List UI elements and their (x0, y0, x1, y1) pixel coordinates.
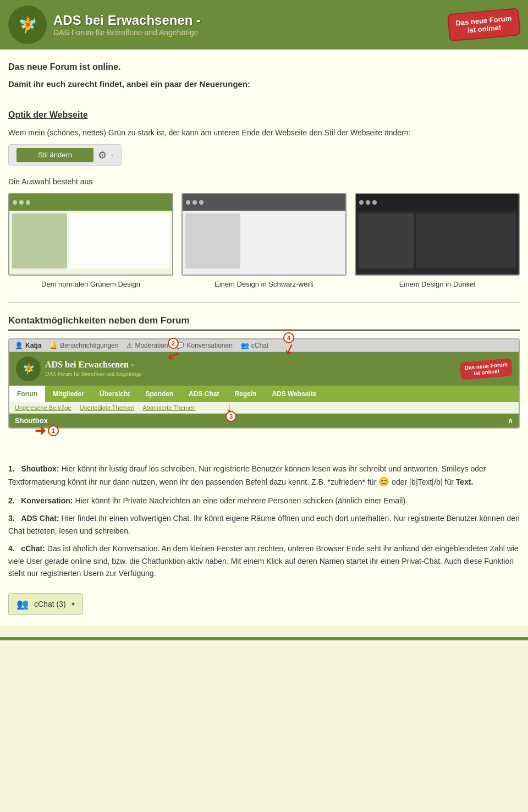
item-4-num: 4. (8, 544, 15, 553)
nav-mitglieder[interactable]: Mitglieder (45, 386, 92, 402)
item-3-num: 3. (8, 514, 15, 523)
cchat-icon: 👥 (241, 342, 249, 349)
settings-icon: ⚙ (98, 149, 107, 161)
inner-forum-header: 🧚 ADS bei Erwachsenen - DAS Forum für Be… (9, 352, 519, 386)
design-label-dark: Einem Design in Dunkel (399, 280, 476, 288)
cchat-users-icon: 👥 (16, 598, 29, 610)
nav-ads-webseite[interactable]: ADS Webseite (264, 386, 324, 402)
forum-screenshot: 👤 Katja 🔔 Benachrichtigungen ⚠ Moderatio… (8, 338, 520, 429)
stil-dot: · (111, 151, 113, 159)
topbar-konversationen[interactable]: 💬 Konversationen (176, 342, 232, 349)
design-thumbnail-bw (182, 193, 346, 276)
shoutbox-bar: Shoutbox ∧ (9, 414, 519, 427)
user-icon: 👤 (15, 342, 23, 349)
cchat-chevron-icon: ▾ (72, 600, 75, 608)
item-2-text: Hier könnt ihr Private Nachrichten an ei… (75, 496, 408, 505)
optik-text: Wem mein (schönes, nettes) Grün zu stark… (8, 127, 520, 139)
inner-logo-icon: 🧚 (16, 356, 41, 381)
inner-navbar: Forum Mitglieder Übersicht Spenden ADS C… (9, 386, 519, 402)
divider-1 (8, 302, 520, 303)
cchat-label: cChat (3) (34, 600, 66, 608)
site-subtitle: DAS Forum für Betroffene und Angehörige (53, 28, 201, 37)
topbar-cchat[interactable]: 👥 cChat (241, 342, 268, 349)
inner-subnav: Ungelesene Beiträge Unerledigte Themen A… (9, 402, 519, 414)
logo-emoji: 🧚 (18, 16, 37, 34)
item-1-label: Shoutbox: (21, 464, 59, 473)
annotation-num-1: 1 (48, 425, 59, 436)
kontakt-heading: Kontaktmöglichkeiten neben dem Forum (8, 314, 520, 331)
inner-site-title: ADS bei Erwachsenen - (45, 360, 141, 370)
nav-uebersicht[interactable]: Übersicht (92, 386, 138, 402)
cchat-box[interactable]: 👥 cChat (3) ▾ (8, 593, 83, 615)
design-label-green: Dem normalen Grünem Design (41, 280, 140, 288)
item-2-label: Konversation: (21, 496, 73, 505)
design-thumbnail-dark (355, 193, 520, 276)
auswahl-text: Die Auswahl besteht aus (8, 176, 520, 188)
site-logo: 🧚 (8, 6, 47, 44)
page-subtitle: Damit ihr euch zurecht findet, anbei ein… (8, 78, 520, 91)
inner-title-block: ADS bei Erwachsenen - DAS Forum für Betr… (45, 360, 141, 378)
cchat-box-area: 👥 cChat (3) ▾ (8, 588, 520, 615)
site-header: 🧚 ADS bei Erwachsenen - DAS Forum für Be… (0, 0, 528, 50)
design-thumbnail-green (8, 193, 173, 276)
item-3-text: Hier findet ihr einen vollwertigen Chat.… (8, 514, 520, 535)
header-title-block: ADS bei Erwachsenen - DAS Forum für Betr… (53, 13, 201, 37)
item-2-num: 2. (8, 496, 15, 505)
item-3-label: ADS Chat: (21, 514, 59, 523)
annotation-3: ↓ 3 (226, 398, 237, 422)
item-1-num: 1. (8, 464, 15, 473)
topbar-moderation[interactable]: ⚠ Moderation (127, 342, 168, 349)
item-1-text-2: oder [b]Text[/b] für (392, 478, 456, 486)
inner-badge: Das neue Forum ist online! (459, 358, 513, 380)
annotation-4: 4 ↙ (283, 332, 295, 358)
annotation-num-3: 3 (226, 411, 237, 422)
topbar-notifications[interactable]: 🔔 Benachrichtigungen (50, 342, 118, 349)
stil-button[interactable]: Stil ändern (16, 148, 94, 162)
list-item-4: 4. cChat: Das ist ähnlich der Konversati… (8, 542, 520, 579)
shoutbox-chevron: ∧ (508, 416, 513, 425)
annotation-1: ➜ 1 (35, 423, 59, 438)
subnav-unerledigte[interactable]: Unerledigte Themen (80, 404, 134, 411)
footer-bar (0, 637, 528, 640)
site-title: ADS bei Erwachsenen - (53, 13, 201, 28)
stil-area: Stil ändern ⚙ · (8, 144, 122, 166)
warning-icon: ⚠ (127, 342, 133, 349)
forum-screenshot-wrapper: 👤 Katja 🔔 Benachrichtigungen ⚠ Moderatio… (8, 338, 520, 429)
content-list: 1. Shoutbox: Hier könnt ihr lustig drauf… (8, 463, 520, 579)
design-item-green: Dem normalen Grünem Design (8, 193, 173, 288)
nav-spenden[interactable]: Spenden (138, 386, 181, 402)
topbar-username: 👤 Katja (15, 342, 41, 349)
design-item-dark: Einem Design in Dunkel (355, 193, 520, 288)
inner-site-subtitle: DAS Forum für Betroffene und Angehörige (45, 370, 141, 378)
smiley-icon: 😊 (378, 477, 389, 486)
design-previews: Dem normalen Grünem Design Einem Design … (8, 193, 520, 288)
list-item-3: 3. ADS Chat: Hier findet ihr einen vollw… (8, 512, 520, 537)
item-4-label: cChat: (21, 544, 45, 553)
page-title: Das neue Forum ist online. (8, 61, 520, 74)
item-1-bold-text: Text. (456, 478, 474, 486)
nav-ads-chat[interactable]: ADS Chat (181, 386, 227, 402)
list-item-2: 2. Konversation: Hier könnt ihr Private … (8, 495, 520, 507)
arrow-left-icon: ➜ (35, 423, 46, 438)
main-content: Das neue Forum ist online. Damit ihr euc… (0, 50, 528, 626)
optik-heading: Optik der Webseite (8, 108, 520, 122)
design-item-bw: Einem Design in Schwarz-weiß (182, 193, 346, 288)
design-label-bw: Einem Design in Schwarz-weiß (215, 280, 314, 288)
list-item-1: 1. Shoutbox: Hier könnt ihr lustig drauf… (8, 463, 520, 489)
header-left: 🧚 ADS bei Erwachsenen - DAS Forum für Be… (8, 6, 201, 44)
subnav-ungelesene[interactable]: Ungelesene Beiträge (15, 404, 72, 411)
forum-topbar: 👤 Katja 🔔 Benachrichtigungen ⚠ Moderatio… (9, 339, 519, 352)
nav-forum[interactable]: Forum (9, 386, 45, 402)
forum-online-badge: Das neue Forum ist online! (447, 8, 521, 41)
item-4-text: Das ist ähnlich der Konversation. An dem… (8, 544, 519, 578)
bell-icon: 🔔 (50, 342, 58, 349)
inner-forum-logo: 🧚 ADS bei Erwachsenen - DAS Forum für Be… (16, 356, 141, 381)
subnav-abonnierte[interactable]: Abonnierte Themen (142, 404, 195, 411)
annotation-2: 2 ↙ (168, 338, 180, 364)
